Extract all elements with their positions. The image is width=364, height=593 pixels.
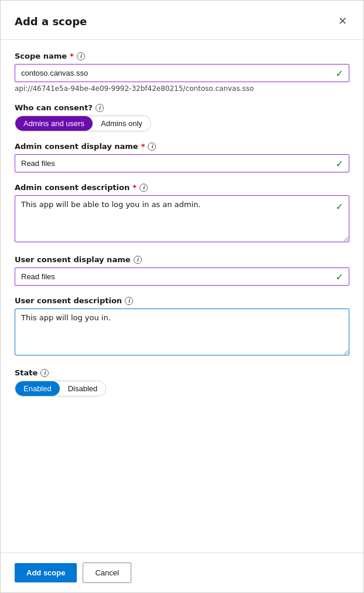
required-indicator-3: * (132, 183, 137, 192)
scope-name-label: Scope name * i (15, 52, 349, 60)
disabled-option[interactable]: Disabled (60, 381, 106, 396)
scope-name-group: Scope name * i ✓ api://46741e5a-94be-4e0… (15, 52, 349, 93)
cancel-button[interactable]: Cancel (83, 562, 131, 583)
scope-url-text: api://46741e5a-94be-4e09-9992-32bf42e802… (15, 84, 349, 93)
user-consent-display-name-wrapper: ✓ (15, 267, 349, 286)
scope-name-input[interactable] (15, 64, 349, 82)
add-scope-button[interactable]: Add scope (15, 563, 77, 582)
scope-name-info-icon[interactable]: i (77, 52, 85, 60)
admin-consent-display-name-input[interactable] (15, 154, 349, 172)
admin-consent-description-label: Admin consent description * i (15, 183, 349, 192)
admin-consent-display-name-label: Admin consent display name * i (15, 142, 349, 151)
user-consent-description-group: User consent description i (15, 296, 349, 358)
user-consent-display-info-icon[interactable]: i (134, 256, 142, 264)
admin-consent-display-name-wrapper: ✓ (15, 154, 349, 172)
user-consent-description-label: User consent description i (15, 296, 349, 305)
user-consent-desc-info-icon[interactable]: i (125, 297, 133, 305)
admin-desc-check-icon: ✓ (336, 201, 343, 212)
enabled-option[interactable]: Enabled (15, 381, 60, 396)
state-label: State i (15, 368, 349, 377)
who-can-consent-group: Who can consent? i Admins and users Admi… (15, 103, 349, 131)
state-toggle-group: Enabled Disabled (15, 381, 106, 397)
scope-name-input-wrapper: ✓ (15, 64, 349, 82)
admin-consent-description-group: Admin consent description * i ✓ (15, 183, 349, 245)
user-consent-desc-wrapper (15, 309, 349, 358)
who-can-consent-label: Who can consent? i (15, 103, 349, 112)
user-consent-display-name-group: User consent display name i ✓ (15, 255, 349, 286)
who-can-consent-info-icon[interactable]: i (96, 104, 104, 112)
user-consent-display-name-label: User consent display name i (15, 255, 349, 264)
close-button[interactable]: ✕ (336, 12, 349, 30)
admin-consent-desc-wrapper: ✓ (15, 195, 349, 245)
close-icon: ✕ (338, 15, 347, 28)
user-consent-description-input[interactable] (15, 309, 349, 355)
state-group: State i Enabled Disabled (15, 368, 349, 397)
add-scope-dialog: Add a scope ✕ Scope name * i ✓ api://467… (0, 0, 364, 593)
scope-name-check-icon: ✓ (336, 67, 343, 79)
admin-consent-display-info-icon[interactable]: i (148, 143, 156, 151)
consent-toggle-group: Admins and users Admins only (15, 116, 151, 131)
admin-consent-description-input[interactable] (15, 195, 349, 242)
dialog-title: Add a scope (15, 15, 87, 28)
admin-consent-display-name-group: Admin consent display name * i ✓ (15, 142, 349, 172)
user-display-check-icon: ✓ (336, 271, 343, 282)
admin-display-check-icon: ✓ (336, 158, 343, 169)
dialog-footer: Add scope Cancel (1, 553, 363, 592)
admin-consent-desc-info-icon[interactable]: i (140, 184, 148, 192)
admins-only-option[interactable]: Admins only (93, 116, 151, 131)
dialog-body: Scope name * i ✓ api://46741e5a-94be-4e0… (1, 40, 363, 553)
required-indicator-2: * (141, 142, 145, 151)
state-info-icon[interactable]: i (40, 369, 49, 377)
required-indicator: * (70, 52, 74, 60)
dialog-header: Add a scope ✕ (1, 1, 363, 40)
admins-and-users-option[interactable]: Admins and users (15, 116, 93, 131)
user-consent-display-name-input[interactable] (15, 267, 349, 286)
